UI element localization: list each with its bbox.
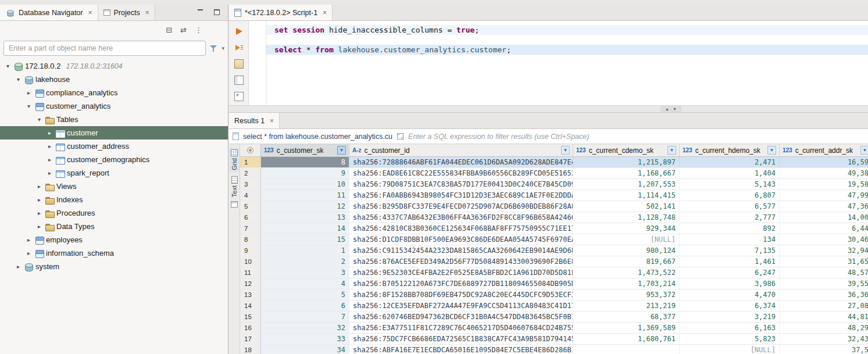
- data-cell[interactable]: 14: [261, 223, 349, 234]
- tab-sql-script[interactable]: *<172.18.0.2> Script-1 ×: [229, 5, 333, 20]
- chevron-collapsed-icon[interactable]: ▸: [24, 90, 33, 96]
- column-header-c_customer_id[interactable]: A-zc_customer_id▼: [349, 144, 573, 156]
- data-cell[interactable]: 2,471: [680, 157, 780, 167]
- collapse-all-icon[interactable]: ⊟: [166, 26, 172, 34]
- data-cell[interactable]: 953,372: [573, 289, 680, 300]
- chevron-collapsed-icon[interactable]: ▸: [45, 130, 54, 136]
- tree-item-data-types[interactable]: ▸Data Types: [0, 220, 228, 233]
- horizontal-splitter[interactable]: ▲ ▼: [229, 106, 868, 113]
- splitter-up-icon[interactable]: ▲: [665, 107, 669, 111]
- tree-item-lakehouse[interactable]: ▾lakehouse: [0, 73, 228, 86]
- data-cell[interactable]: sha256:FA0ABB6943B98054FC31D12D3E3AEC689…: [349, 190, 573, 201]
- data-cell[interactable]: sha256:620746BED947362BCD6CF31B0A4C547DD…: [349, 312, 573, 322]
- chevron-collapsed-icon[interactable]: ▸: [35, 210, 44, 216]
- filter-expression-input[interactable]: Enter a SQL expression to filter results…: [408, 133, 589, 141]
- export-result-icon[interactable]: [234, 92, 244, 101]
- data-cell[interactable]: 1,215,897: [573, 157, 680, 167]
- row-number-cell[interactable]: 13: [240, 289, 261, 300]
- data-cell[interactable]: 1,369,589: [573, 323, 680, 333]
- data-cell[interactable]: 929,344: [573, 223, 680, 234]
- data-cell[interactable]: 819,667: [573, 256, 680, 267]
- data-cell[interactable]: 4,470: [680, 289, 780, 300]
- data-cell[interactable]: sha256:EAD8E61C8C22E555834FBBA9B60556CB2…: [349, 168, 573, 178]
- data-cell[interactable]: 34: [261, 345, 349, 354]
- tree-item-compliance-analytics[interactable]: ▸compliance_analytics: [0, 86, 228, 99]
- row-number-cell[interactable]: 15: [240, 312, 261, 322]
- tab-projects[interactable]: Projects ×: [98, 5, 155, 20]
- data-cell[interactable]: 1,703,214: [573, 278, 680, 289]
- data-cell[interactable]: 11: [261, 190, 349, 201]
- row-number-cell[interactable]: 3: [240, 179, 261, 189]
- tree-item-customer-demographics[interactable]: ▸customer_demographics: [0, 153, 228, 166]
- data-cell[interactable]: 6,247: [680, 267, 780, 278]
- expand-filter-icon[interactable]: [397, 133, 404, 140]
- row-number-cell[interactable]: 8: [240, 234, 261, 245]
- tree-item-customer[interactable]: ▸customer: [0, 126, 228, 140]
- data-cell[interactable]: 5: [261, 289, 349, 300]
- tree-item-172.18.0.2[interactable]: ▾172.18.0.2172.18.0.2:31604: [0, 59, 228, 73]
- data-cell[interactable]: 47,99: [780, 190, 868, 201]
- data-cell[interactable]: 892: [680, 223, 780, 234]
- data-cell[interactable]: sha256:C9115342454A2323DA815865CAA326064…: [349, 245, 573, 256]
- execute-script-icon[interactable]: [234, 43, 244, 52]
- data-cell[interactable]: 6,577: [680, 201, 780, 212]
- data-cell[interactable]: 1,473,522: [573, 267, 680, 278]
- data-cell[interactable]: 1,461: [680, 256, 780, 267]
- data-cell[interactable]: 213,219: [573, 301, 680, 311]
- data-cell[interactable]: 2,777: [680, 212, 780, 223]
- row-number-cell[interactable]: 1: [240, 157, 261, 167]
- row-number-cell[interactable]: 2: [240, 168, 261, 178]
- maximize-view-button[interactable]: [214, 9, 220, 15]
- close-icon[interactable]: ×: [270, 117, 274, 124]
- data-cell[interactable]: 36,36: [780, 289, 868, 300]
- data-cell[interactable]: 49,38: [780, 168, 868, 178]
- data-cell[interactable]: 48,57: [780, 267, 868, 278]
- tree-item-system[interactable]: ▸system: [0, 260, 228, 273]
- data-cell[interactable]: 14,00: [780, 212, 868, 223]
- data-cell[interactable]: [573, 345, 680, 354]
- data-cell[interactable]: 502,141: [573, 201, 680, 212]
- data-cell[interactable]: 12: [261, 201, 349, 212]
- row-number-cell[interactable]: 14: [240, 301, 261, 311]
- data-cell[interactable]: 32,43: [780, 334, 868, 344]
- data-cell[interactable]: 7,135: [680, 245, 780, 256]
- data-cell[interactable]: 1,404: [680, 168, 780, 178]
- data-cell[interactable]: [NULL]: [573, 234, 680, 245]
- chevron-collapsed-icon[interactable]: ▸: [24, 237, 33, 243]
- data-cell[interactable]: sha256:B295D8FC337E9E4FECD0725D907ACD6B6…: [349, 201, 573, 212]
- tree-item-customer-address[interactable]: ▸customer_address: [0, 140, 228, 153]
- tree-item-procedures[interactable]: ▸Procedures: [0, 206, 228, 220]
- data-cell[interactable]: 13: [261, 212, 349, 223]
- row-number-cell[interactable]: 9: [240, 245, 261, 256]
- column-filter-dropdown-icon[interactable]: ▼: [667, 146, 676, 155]
- data-cell[interactable]: 37,5: [780, 345, 868, 354]
- data-cell[interactable]: 15: [261, 234, 349, 245]
- data-cell[interactable]: 5,823: [680, 334, 780, 344]
- row-number-cell[interactable]: 4: [240, 190, 261, 201]
- data-cell[interactable]: 44,81: [780, 312, 868, 322]
- column-filter-dropdown-icon[interactable]: ▼: [860, 146, 868, 155]
- data-cell[interactable]: sha256:D1CDF8DBB10F500EA9693C86DE6DEAA05…: [349, 234, 573, 245]
- chevron-expanded-icon[interactable]: ▾: [24, 103, 33, 109]
- data-cell[interactable]: [NULL]: [680, 345, 780, 354]
- data-cell[interactable]: sha256:9E52303CE4FBA2E2F0525E8A5BFBD2C1A…: [349, 267, 573, 278]
- data-cell[interactable]: 1,680,761: [573, 334, 680, 344]
- data-cell[interactable]: sha256:42810C83B0360CE125634F068BAF8FF75…: [349, 223, 573, 234]
- tree-item-tables[interactable]: ▾Tables: [0, 113, 228, 126]
- close-icon[interactable]: ×: [145, 9, 149, 16]
- tree-item-indexes[interactable]: ▸Indexes: [0, 193, 228, 206]
- data-cell[interactable]: 31,65: [780, 256, 868, 267]
- data-cell[interactable]: 16,59: [780, 157, 868, 167]
- minimize-view-button[interactable]: [197, 9, 203, 15]
- data-cell[interactable]: 1,114,415: [573, 190, 680, 201]
- data-cell[interactable]: 6,374: [680, 301, 780, 311]
- splitter-handle[interactable]: ▲ ▼: [660, 106, 681, 112]
- data-cell[interactable]: sha256:12CE35EFDABF272A4A47E9FA9CC5D4113…: [349, 301, 573, 311]
- link-with-editor-icon[interactable]: ⇄: [180, 26, 187, 34]
- chevron-expanded-icon[interactable]: ▾: [3, 63, 12, 69]
- chevron-collapsed-icon[interactable]: ▸: [35, 183, 44, 189]
- row-number-cell[interactable]: 18: [240, 345, 261, 354]
- panel-toggle-icon[interactable]: [231, 201, 238, 208]
- data-cell[interactable]: 32,94: [780, 245, 868, 256]
- row-number-cell[interactable]: 17: [240, 334, 261, 344]
